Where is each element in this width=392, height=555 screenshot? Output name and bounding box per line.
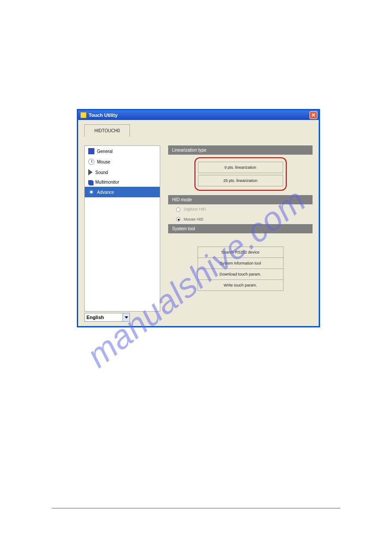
sidebar-item-mouse[interactable]: Mouse xyxy=(85,156,160,167)
system-tool-section-header: System tool xyxy=(168,224,313,233)
sidebar-item-sound[interactable]: Sound xyxy=(85,167,160,178)
language-select[interactable]: English xyxy=(84,313,130,322)
linearization-25pts-button[interactable]: 25 pts. linearization xyxy=(198,175,283,186)
linearization-section-header: Linearization type xyxy=(168,145,313,155)
general-icon xyxy=(88,148,94,154)
hid-mouse-radio[interactable]: Mouse HID xyxy=(168,214,313,225)
linearization-9pts-button[interactable]: 9 pts. linearization xyxy=(198,162,283,173)
language-selected: English xyxy=(86,315,104,320)
write-param-button[interactable]: Write touch param. xyxy=(198,280,284,291)
search-rs232-button[interactable]: Search RS232 device xyxy=(198,247,284,258)
settings-content: Linearization type 9 pts. linearization … xyxy=(168,145,313,312)
device-tabs: HIDTOUCH0 xyxy=(84,124,319,137)
sidebar-item-label: Multimonitor xyxy=(95,180,119,185)
button-label: System information tool xyxy=(219,261,261,265)
mouse-icon xyxy=(88,159,94,165)
tab-hidtouch0[interactable]: HIDTOUCH0 xyxy=(84,124,130,137)
sidebar-item-label: Sound xyxy=(95,170,108,175)
settings-sidebar: General Mouse Sound Multimonitor Advance xyxy=(84,145,160,312)
chevron-down-icon xyxy=(122,313,129,321)
sidebar-item-label: General xyxy=(97,149,113,154)
system-info-button[interactable]: System information tool xyxy=(198,258,284,269)
window-title: Touch Utility xyxy=(89,112,118,118)
sidebar-item-advance[interactable]: Advance xyxy=(85,187,160,197)
sound-icon xyxy=(88,169,93,175)
window-body: General Mouse Sound Multimonitor Advance… xyxy=(78,137,319,316)
sidebar-item-multimonitor[interactable]: Multimonitor xyxy=(85,178,160,187)
tab-label: HIDTOUCH0 xyxy=(94,128,120,133)
radio-label: Digitizer HID xyxy=(184,207,206,211)
radio-icon xyxy=(176,207,180,212)
sidebar-item-label: Mouse xyxy=(97,160,110,164)
app-icon xyxy=(80,112,86,118)
sidebar-item-general[interactable]: General xyxy=(85,146,160,156)
button-label: 25 pts. linearization xyxy=(223,178,258,183)
sidebar-item-label: Advance xyxy=(97,190,114,195)
button-label: Download touch param. xyxy=(219,272,261,276)
radio-icon xyxy=(176,217,180,221)
hid-mode-section-header: HID mode xyxy=(168,195,313,204)
multimonitor-icon xyxy=(88,180,93,185)
button-label: Search RS232 device xyxy=(221,250,259,254)
radio-label: Mouse HID xyxy=(184,217,204,221)
window-titlebar[interactable]: Touch Utility ✕ xyxy=(78,110,319,120)
gear-icon xyxy=(88,189,94,195)
touch-utility-window: Touch Utility ✕ HIDTOUCH0 General Mouse … xyxy=(77,109,320,327)
system-tool-buttons: Search RS232 device System information t… xyxy=(168,233,313,291)
hid-digitizer-radio: Digitizer HID xyxy=(168,204,313,214)
linearization-buttons-highlight: 9 pts. linearization 25 pts. linearizati… xyxy=(194,157,287,191)
button-label: 9 pts. linearization xyxy=(224,165,256,170)
close-icon[interactable]: ✕ xyxy=(309,111,317,119)
download-param-button[interactable]: Download touch param. xyxy=(198,269,284,280)
page-divider xyxy=(52,508,340,508)
button-label: Write touch param. xyxy=(224,283,257,287)
